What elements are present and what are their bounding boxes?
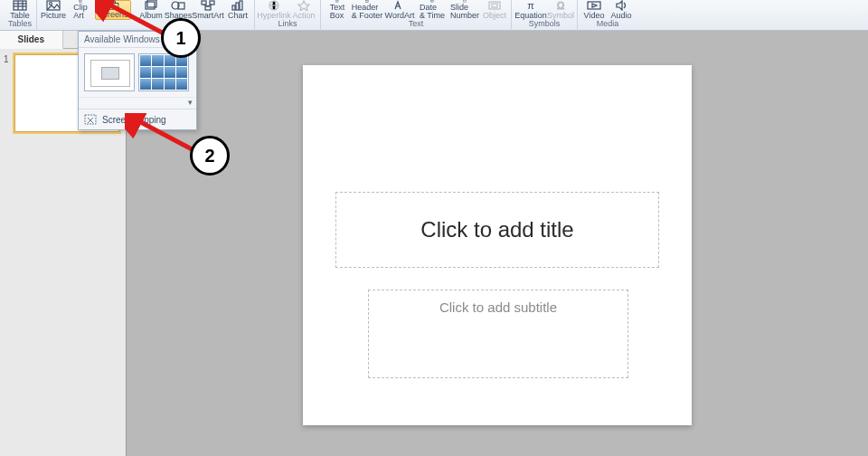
- group-media: Video Audio Media: [578, 0, 637, 31]
- group-text: Text Box Header & Footer WordArt Date & …: [321, 0, 512, 31]
- group-label-media: Media: [597, 19, 619, 28]
- picture-button[interactable]: Picture: [41, 0, 66, 20]
- canvas[interactable]: Click to add title Click to add subtitle: [127, 31, 868, 456]
- clipart-label: Clip Art: [73, 4, 88, 20]
- group-label-tables: Tables: [8, 19, 32, 28]
- tab-slides[interactable]: Slides: [0, 31, 63, 49]
- symbol-icon: Ω: [553, 0, 568, 11]
- svg-rect-22: [236, 3, 239, 10]
- svg-text:π: π: [527, 0, 534, 11]
- svg-rect-17: [210, 1, 214, 5]
- picture-icon: [46, 0, 61, 11]
- svg-rect-23: [240, 1, 242, 10]
- svg-marker-27: [298, 1, 309, 11]
- audio-icon: [614, 0, 628, 11]
- group-tables: Table Tables: [4, 0, 37, 31]
- group-label-links: Links: [278, 19, 297, 28]
- textbox-button[interactable]: Text Box: [325, 0, 350, 20]
- subtitle-placeholder[interactable]: Click to add subtitle: [368, 290, 628, 378]
- svg-rect-40: [489, 2, 500, 9]
- svg-rect-44: [588, 2, 600, 9]
- smartart-label: SmartArt: [192, 12, 224, 20]
- action-button[interactable]: Action: [291, 0, 316, 20]
- hyperlink-button[interactable]: Hyperlink: [259, 0, 289, 20]
- available-window-1[interactable]: [84, 53, 135, 91]
- svg-marker-46: [617, 1, 622, 10]
- symbol-button[interactable]: Ω Symbol: [548, 0, 573, 20]
- thumb-number: 1: [4, 54, 11, 132]
- svg-rect-16: [202, 1, 206, 5]
- wordart-icon: [392, 0, 407, 11]
- equation-icon: π: [524, 0, 538, 11]
- slidenum-label: Slide Number: [450, 4, 479, 20]
- clipart-button[interactable]: Clip Art: [68, 0, 93, 20]
- wordart-button[interactable]: WordArt: [384, 0, 415, 20]
- group-label-symbols: Symbols: [529, 19, 561, 28]
- chart-icon: [231, 0, 245, 11]
- title-placeholder[interactable]: Click to add title: [335, 192, 659, 268]
- annotation-2-text: 2: [204, 146, 214, 166]
- svg-line-51: [104, 2, 165, 34]
- group-label-text: Text: [409, 19, 424, 28]
- svg-point-6: [50, 3, 52, 5]
- svg-rect-41: [492, 4, 497, 7]
- smartart-icon: [201, 0, 215, 11]
- group-links: Hyperlink Action Links: [255, 0, 321, 31]
- svg-rect-0: [14, 1, 26, 10]
- video-icon: [587, 0, 601, 11]
- group-symbols: π Equation Ω Symbol Symbols: [512, 0, 578, 31]
- svg-rect-21: [232, 5, 235, 10]
- chart-label: Chart: [228, 12, 248, 20]
- smartart-button[interactable]: SmartArt: [193, 0, 223, 20]
- table-button[interactable]: Table: [7, 0, 33, 20]
- hyperlink-icon: [267, 0, 281, 11]
- svg-rect-18: [205, 6, 211, 10]
- svg-marker-45: [592, 4, 597, 7]
- datetime-button[interactable]: Date & Time: [417, 0, 448, 20]
- dropdown-expand[interactable]: ▾: [79, 97, 196, 109]
- equation-button[interactable]: π Equation: [515, 0, 546, 20]
- textbox-label: Text Box: [330, 4, 345, 20]
- annotation-1-text: 1: [175, 28, 185, 49]
- date-label: Date & Time: [420, 4, 445, 20]
- svg-line-53: [134, 119, 195, 151]
- clipping-icon: [84, 114, 97, 125]
- video-button[interactable]: Video: [581, 0, 607, 20]
- available-window-2[interactable]: [138, 53, 189, 91]
- object-label: Object: [483, 12, 506, 20]
- slidenumber-button[interactable]: # Slide Number: [449, 0, 480, 20]
- chart-button[interactable]: Chart: [225, 0, 250, 20]
- svg-text:Ω: Ω: [557, 0, 564, 11]
- slide[interactable]: Click to add title Click to add subtitle: [303, 65, 692, 425]
- annotation-callout-2: 2: [190, 136, 230, 176]
- table-icon: [13, 0, 27, 11]
- action-icon: [297, 0, 311, 11]
- header-footer-button[interactable]: Header & Footer: [352, 0, 382, 20]
- svg-text:#: #: [465, 1, 466, 2]
- audio-button[interactable]: Audio: [609, 0, 634, 20]
- svg-rect-47: [85, 115, 96, 124]
- picture-label: Picture: [41, 12, 66, 20]
- annotation-callout-1: 1: [161, 18, 201, 58]
- header-label: Header & Footer: [352, 4, 383, 20]
- object-button[interactable]: Object: [482, 0, 507, 20]
- object-icon: [487, 0, 502, 11]
- svg-point-8: [80, 1, 81, 2]
